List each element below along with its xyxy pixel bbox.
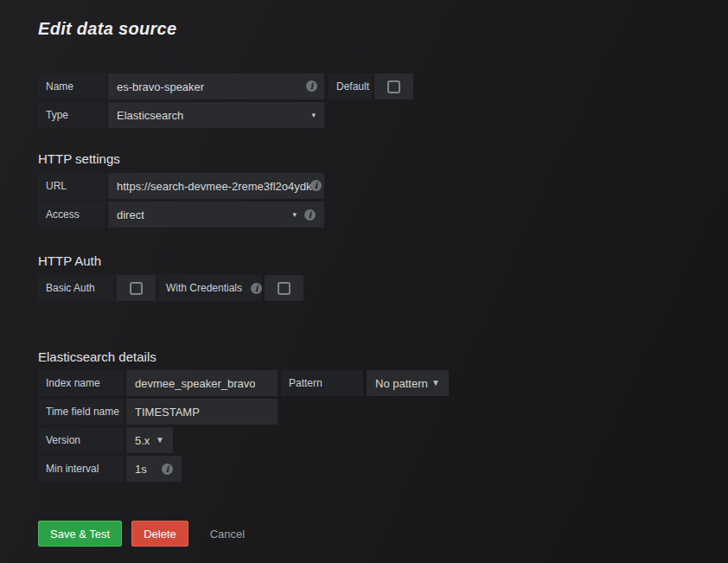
default-checkbox[interactable] (374, 74, 413, 99)
type-select[interactable]: Elasticsearch ▾ (108, 102, 324, 128)
delete-button[interactable]: Delete (131, 521, 188, 547)
info-icon[interactable]: i (304, 209, 316, 221)
page-title: Edit data source (38, 17, 728, 40)
chevron-down-icon: ▾ (311, 112, 316, 119)
version-value: 5.x (135, 434, 150, 447)
with-credentials-checkbox[interactable] (265, 275, 303, 301)
with-credentials-text: With Credentials (166, 282, 242, 294)
checkbox-icon (387, 80, 400, 93)
with-credentials-label: With Credentials i (158, 275, 262, 301)
access-select[interactable]: direct ▾ i (108, 202, 324, 227)
save-test-button[interactable]: Save & Test (38, 521, 122, 547)
name-value: es-bravo-speaker (117, 80, 204, 93)
min-interval-label: Min interval (38, 456, 124, 482)
min-interval-row: Min interval 1s i (38, 456, 728, 482)
access-label: Access (38, 202, 105, 227)
checkbox-icon (130, 282, 143, 295)
index-name-input[interactable]: devmee_speaker_bravo (126, 370, 278, 396)
info-icon[interactable]: i (310, 180, 322, 191)
time-field-input[interactable]: TIMESTAMP (126, 399, 278, 425)
info-icon[interactable]: i (162, 464, 173, 475)
checkbox-icon (278, 282, 291, 295)
pattern-select[interactable]: No pattern ▼ (367, 370, 449, 396)
index-row: Index name devmee_speaker_bravo Pattern … (38, 370, 728, 396)
chevron-down-icon: ▼ (156, 436, 164, 445)
index-name-value: devmee_speaker_bravo (135, 377, 255, 390)
version-label: Version (38, 427, 124, 453)
chevron-down-icon: ▼ (431, 379, 440, 387)
time-field-value: TIMESTAMP (135, 406, 200, 419)
index-name-label: Index name (38, 370, 124, 396)
edit-data-source-page: Edit data source Name es-bravo-speaker i… (0, 0, 728, 547)
default-label: Default (329, 74, 372, 99)
type-row: Type Elasticsearch ▾ (38, 102, 728, 128)
url-label: URL (38, 173, 105, 199)
basic-auth-label: Basic Auth (38, 275, 113, 301)
min-interval-input[interactable]: 1s i (126, 456, 182, 482)
http-settings-heading: HTTP settings (38, 150, 728, 168)
access-value: direct (117, 208, 144, 221)
version-row: Version 5.x ▼ (38, 427, 728, 453)
time-field-row: Time field name TIMESTAMP (38, 399, 728, 425)
url-row: URL https://search-devmee-2reme3fl2o4ydk… (38, 173, 728, 199)
chevron-down-icon: ▾ (292, 211, 297, 219)
http-auth-heading: HTTP Auth (38, 253, 728, 270)
elasticsearch-details-heading: Elasticsearch details (38, 349, 728, 366)
url-value: https://search-devmee-2reme3fl2o4ydkw7. (117, 180, 316, 193)
version-select[interactable]: 5.x ▼ (126, 427, 173, 453)
cancel-link[interactable]: Cancel (210, 528, 245, 541)
basic-auth-checkbox[interactable] (117, 275, 156, 301)
access-row: Access direct ▾ i (38, 202, 728, 227)
pattern-value: No pattern (375, 377, 428, 390)
info-icon[interactable]: i (251, 283, 262, 294)
url-input[interactable]: https://search-devmee-2reme3fl2o4ydkw7. … (108, 173, 324, 199)
name-input[interactable]: es-bravo-speaker i (108, 74, 324, 99)
name-row: Name es-bravo-speaker i Default (38, 74, 728, 99)
pattern-label: Pattern (281, 370, 363, 396)
min-interval-value: 1s (135, 463, 147, 476)
name-label: Name (38, 74, 105, 99)
actions-bar: Save & Test Delete Cancel (38, 521, 728, 547)
type-label: Type (38, 102, 105, 128)
http-auth-row: Basic Auth With Credentials i (38, 275, 728, 301)
type-value: Elasticsearch (117, 109, 183, 122)
info-icon[interactable]: i (306, 80, 317, 92)
time-field-label: Time field name (38, 399, 124, 425)
